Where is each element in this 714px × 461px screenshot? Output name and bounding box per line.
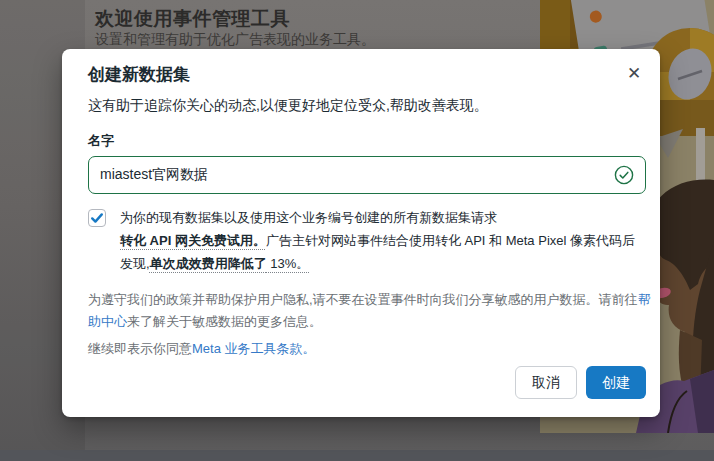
cancel-button[interactable]: 取消 <box>515 366 577 399</box>
dialog-footer: 取消 创建 <box>515 366 646 399</box>
close-icon[interactable]: ✕ <box>620 59 648 87</box>
gateway-trial-checkbox-label: 为你的现有数据集以及使用这个业务编号创建的所有新数据集请求转化 API 网关免费… <box>120 206 636 275</box>
create-button[interactable]: 创建 <box>586 366 646 399</box>
inline-link[interactable]: Meta 业务工具条款。 <box>192 341 316 356</box>
terms-agreement-text: 继续即表示你同意Meta 业务工具条款。 <box>88 338 662 360</box>
checkbox-check-icon <box>90 211 104 225</box>
dialog-description: 这有助于追踪你关心的动态,以便更好地定位受众,帮助改善表现。 <box>88 97 488 115</box>
create-dataset-dialog: 创建新数据集 ✕ 这有助于追踪你关心的动态,以便更好地定位受众,帮助改善表现。 … <box>62 49 660 417</box>
background-page-subtitle: 设置和管理有助于优化广告表现的业务工具。 <box>95 31 375 49</box>
sensitive-data-policy-text: 为遵守我们的政策并帮助保护用户隐私,请不要在设置事件时向我们分享敏感的用户数据。… <box>88 289 662 333</box>
background-bottom-bar <box>0 450 714 461</box>
dialog-title: 创建新数据集 <box>88 63 190 86</box>
background-page-title: 欢迎使用事件管理工具 <box>95 6 290 32</box>
valid-check-icon <box>614 165 634 185</box>
gateway-trial-checkbox[interactable] <box>88 209 106 227</box>
name-field-label: 名字 <box>88 132 114 150</box>
dataset-name-input[interactable] <box>88 156 646 194</box>
